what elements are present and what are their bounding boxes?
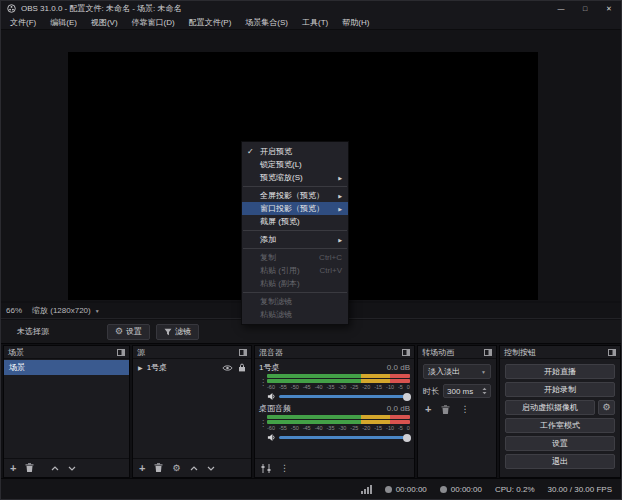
studio-mode-button[interactable]: 工作室模式	[505, 418, 615, 433]
mixer-channel: 1号桌 0.0 dB ⋮ -60-55-50-45-40-35-30-25-20…	[255, 360, 414, 401]
source-properties-label: 设置	[126, 326, 142, 337]
scenes-toolbar: +	[4, 458, 129, 477]
volume-slider[interactable]	[279, 395, 410, 398]
menubar: 文件(F) 编辑(E) 视图(V) 停靠窗口(D) 配置文件(P) 场景集合(S…	[1, 16, 621, 30]
remove-source-button[interactable]	[154, 463, 163, 473]
volume-meter	[267, 415, 410, 419]
start-recording-button[interactable]: 开始录制	[505, 382, 615, 397]
mixer-dock-header[interactable]: 混音器	[255, 346, 414, 359]
add-source-button[interactable]: +	[139, 463, 145, 474]
menu-scene-collection[interactable]: 场景集合(S)	[238, 16, 295, 30]
scenes-dock-title: 场景	[8, 347, 24, 358]
start-virtual-camera-button[interactable]: 启动虚拟摄像机	[505, 400, 595, 415]
start-streaming-button[interactable]: 开始直播	[505, 364, 615, 379]
menu-item-paste-filters: 粘贴滤镜	[242, 308, 348, 321]
source-type-icon: ▶	[138, 364, 143, 371]
move-scene-down-button[interactable]	[68, 466, 76, 471]
sources-dock-header[interactable]: 源	[133, 346, 251, 359]
chevron-down-icon	[68, 466, 76, 471]
drag-grip-icon[interactable]: ⋮	[259, 374, 267, 401]
dock-popout-icon	[484, 349, 492, 356]
canvas-scale-dropdown[interactable]: 缩放 (1280x720) ▼	[32, 305, 100, 316]
volume-slider-knob[interactable]	[403, 393, 411, 401]
menu-tools[interactable]: 工具(T)	[295, 16, 335, 30]
source-properties-gear-button[interactable]: ⚙	[172, 464, 180, 473]
remove-scene-button[interactable]	[25, 463, 34, 473]
settings-button[interactable]: 设置	[505, 436, 615, 451]
volume-slider[interactable]	[279, 436, 410, 439]
menu-file[interactable]: 文件(F)	[3, 16, 43, 30]
menu-profile[interactable]: 配置文件(P)	[182, 16, 239, 30]
menu-item-fullscreen-projector[interactable]: 全屏投影（预览） ▶	[242, 189, 348, 202]
spinner-arrows-icon[interactable]	[482, 387, 487, 395]
canvas-scale-label: 缩放 (1280x720)	[32, 305, 91, 316]
chevron-down-icon: ▼	[481, 369, 486, 375]
menu-item-shortcut: Ctrl+V	[320, 266, 342, 275]
trash-icon	[154, 463, 163, 473]
meter-scale: -60-55-50-45-40-35-30-25-20-15-10-50	[267, 425, 410, 431]
menu-docks[interactable]: 停靠窗口(D)	[125, 16, 182, 30]
transition-properties-button[interactable]: ⋮	[460, 405, 469, 414]
gear-icon: ⚙	[602, 403, 610, 412]
duration-spinner[interactable]: 300 ms	[443, 384, 491, 398]
source-properties-button[interactable]: ⚙ 设置	[107, 324, 150, 340]
source-lock-button[interactable]	[238, 363, 246, 372]
volume-meter	[267, 379, 410, 383]
maximize-button[interactable]: □	[573, 1, 597, 16]
chevron-down-icon: ▼	[95, 308, 100, 314]
controls-dock: 控制按钮 开始直播 开始录制 启动虚拟摄像机 ⚙ 工作室模式 设置 退出	[499, 345, 621, 478]
menu-item-copy: 复制 Ctrl+C	[242, 251, 348, 264]
move-source-down-button[interactable]	[207, 466, 215, 471]
mute-button[interactable]	[267, 392, 276, 401]
close-button[interactable]: ✕	[597, 1, 621, 16]
menu-item-enable-preview[interactable]: ✓ 开启预览	[242, 145, 348, 158]
menu-separator	[243, 186, 347, 187]
volume-slider-knob[interactable]	[403, 434, 411, 442]
dock-popout-icon	[608, 349, 616, 356]
advanced-audio-button[interactable]	[261, 464, 271, 473]
statusbar: 00:00:00 00:00:00 CPU: 0.2% 30.00 / 30.0…	[1, 478, 621, 499]
add-scene-button[interactable]: +	[10, 463, 16, 474]
transitions-dock-header[interactable]: 转场动画	[418, 346, 496, 359]
scene-item-label: 场景	[9, 362, 25, 373]
mixer-options-button[interactable]: ⋮	[280, 464, 289, 473]
menu-edit[interactable]: 编辑(E)	[43, 16, 84, 30]
transition-value: 淡入淡出	[428, 366, 460, 377]
transition-select[interactable]: 淡入淡出 ▼	[423, 364, 491, 379]
window-controls: — □ ✕	[549, 1, 621, 16]
source-item-label: 1号桌	[147, 362, 167, 373]
menu-item-lock-preview[interactable]: 锁定预览(L)	[242, 158, 348, 171]
submenu-arrow-icon: ▶	[338, 237, 342, 243]
source-visibility-button[interactable]	[222, 364, 233, 372]
menu-view[interactable]: 视图(V)	[84, 16, 125, 30]
virtual-camera-settings-button[interactable]: ⚙	[598, 400, 615, 415]
mute-button[interactable]	[267, 433, 276, 442]
menu-item-add[interactable]: 添加 ▶	[242, 233, 348, 246]
mixer-dock-title: 混音器	[259, 347, 283, 358]
remove-transition-button[interactable]	[441, 405, 450, 415]
menu-item-screenshot-preview[interactable]: 截屏 (预览)	[242, 215, 348, 228]
streaming-time: 00:00:00	[451, 485, 482, 494]
source-filters-button[interactable]: 滤镜	[156, 324, 199, 340]
check-icon: ✓	[247, 147, 254, 156]
filters-icon	[164, 328, 172, 336]
move-scene-up-button[interactable]	[51, 466, 59, 471]
source-list-item[interactable]: ▶ 1号桌	[133, 360, 251, 375]
minimize-button[interactable]: —	[549, 1, 573, 16]
scenes-dock-header[interactable]: 场景	[4, 346, 129, 359]
duration-label: 时长	[423, 386, 439, 397]
add-transition-button[interactable]: +	[425, 404, 431, 415]
faders-icon	[261, 464, 271, 473]
drag-grip-icon[interactable]: ⋮	[259, 415, 267, 442]
controls-dock-header[interactable]: 控制按钮	[500, 346, 620, 359]
menu-separator	[243, 248, 347, 249]
transitions-dock-title: 转场动画	[422, 347, 454, 358]
menu-item-preview-zoom[interactable]: 预览缩放(S) ▶	[242, 171, 348, 184]
menu-help[interactable]: 帮助(H)	[335, 16, 376, 30]
exit-button[interactable]: 退出	[505, 454, 615, 469]
zoom-percent-label: 66%	[6, 306, 22, 315]
transitions-toolbar: + ⋮	[423, 404, 491, 415]
menu-item-windowed-projector[interactable]: 窗口投影（预览） ▶	[242, 202, 348, 215]
move-source-up-button[interactable]	[190, 466, 198, 471]
scene-list-item[interactable]: 场景	[4, 360, 129, 375]
